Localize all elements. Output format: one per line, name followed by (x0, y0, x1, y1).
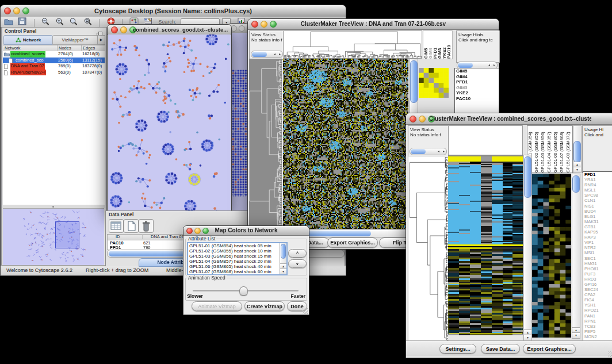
gene-label[interactable]: VIP1 (583, 240, 612, 245)
attribute-list-item[interactable]: GPL51-03 (GSM856) heat shock 15 min (188, 254, 280, 259)
gene-label[interactable]: MON2 (583, 334, 612, 339)
gene-label[interactable]: YKE2 (455, 90, 499, 96)
attribute-list-item[interactable]: GPL51-04 (GSM857) heat shock 20 min (188, 259, 280, 264)
tab-vizmapper[interactable]: VizMapper™ (52, 35, 98, 45)
column-label[interactable]: GPL51-08 (GSM872) (565, 126, 572, 173)
view-status-scrollbar[interactable]: ◄► (251, 51, 283, 58)
resize-grip[interactable] (608, 351, 612, 357)
gene-label[interactable]: PUF3 (583, 271, 612, 277)
minimize-button[interactable] (419, 116, 426, 122)
network-list-row[interactable]: RNAPuberNov2+I563(0)107847(0) (3, 70, 105, 76)
column-label[interactable]: GPL51-02 (GSM855) (534, 126, 540, 173)
gene-label[interactable]: PHO81 (583, 266, 612, 271)
scroll-right-icon[interactable]: ► (441, 148, 446, 155)
col-edges[interactable]: Edges (81, 45, 95, 51)
column-labels-scrollbar[interactable]: ▲ ▼ (573, 125, 582, 173)
gene-label[interactable]: PFD1 (455, 79, 499, 85)
create-vizmap-button[interactable]: Create Vizmap (244, 301, 285, 311)
column-label[interactable]: GIM4 (428, 31, 433, 59)
zoomed-heatmap-scrollbar[interactable]: ▲ ▼ (572, 174, 580, 339)
gene-heatmap-canvas[interactable] (283, 59, 408, 229)
gene-label[interactable]: RPO21 (583, 308, 612, 313)
overview-selection-rect[interactable] (55, 221, 79, 248)
attribute-list-item[interactable]: GPL51-06 (GSM865) heat shock 40 min (188, 264, 280, 269)
gene-label[interactable]: PEP5 (583, 329, 612, 334)
move-down-button[interactable]: v (288, 259, 307, 268)
gene-label[interactable]: CPA2 (583, 292, 612, 297)
zoom-out-icon[interactable] (41, 17, 50, 28)
close-button[interactable] (186, 228, 193, 234)
row-dendrogram-canvas[interactable] (408, 156, 449, 341)
minimize-button[interactable] (239, 25, 245, 32)
column-label[interactable]: GIM5 (423, 31, 428, 59)
attribute-list-item[interactable]: GPL51-02 (GSM855) heat shock 10 min (188, 248, 280, 254)
gene-label[interactable]: PAN1 (583, 313, 612, 319)
save-icon[interactable] (18, 17, 27, 28)
column-label[interactable]: GPL51-03 (GSM856) (540, 126, 546, 173)
column-label[interactable]: YKE2 (442, 31, 446, 59)
resize-grip[interactable] (303, 308, 308, 314)
col-id[interactable]: ID (116, 234, 120, 239)
zoom-selected-icon[interactable] (83, 17, 93, 28)
gene-label[interactable]: TCB3 (583, 324, 612, 329)
animate-vizmap-button[interactable]: Animate Vizmap (192, 301, 242, 311)
network-list-row[interactable]: combined_sco2569(6)13112(15) (3, 58, 105, 64)
zoom-in-icon[interactable] (55, 17, 64, 28)
gene-label[interactable]: HRD3 (583, 277, 612, 282)
gene-heatmap-canvas[interactable] (448, 155, 523, 340)
col-network[interactable]: Network (5, 45, 21, 51)
column-tree-area[interactable] (448, 125, 523, 156)
delete-attribute-button[interactable] (139, 219, 154, 233)
column-label[interactable]: PAC10 (446, 31, 451, 59)
row-dendrogram-canvas[interactable] (249, 59, 282, 229)
network-list-row[interactable]: DNA and Tran 07769(0)183728(0) (3, 63, 105, 70)
close-button[interactable] (111, 26, 118, 33)
column-label[interactable]: GIM3 (437, 31, 442, 59)
gene-label[interactable]: RPN1 (583, 319, 612, 324)
attribute-table-button[interactable] (109, 219, 124, 233)
gene-label[interactable]: FIG4 (583, 297, 612, 302)
gene-label[interactable]: MSL1 (583, 187, 612, 193)
network-overview-canvas[interactable] (3, 208, 104, 265)
attribute-list-item[interactable]: GPL51-07 (GSM868) heat shock 60 min (188, 269, 280, 274)
gene-label[interactable]: MAK31 (583, 219, 612, 224)
gene-label[interactable]: GPI16 (583, 282, 612, 287)
minimize-button[interactable] (13, 7, 20, 14)
zoom-fit-icon[interactable] (69, 17, 78, 28)
gene-label[interactable]: HMG1 (583, 261, 612, 266)
scroll-down-icon[interactable]: ▼ (573, 167, 581, 173)
minimize-button[interactable] (261, 21, 267, 28)
scroll-down-icon[interactable]: ▼ (572, 332, 580, 338)
scroll-right-icon[interactable]: ► (277, 51, 282, 58)
column-label[interactable]: GPL51-04 (GSM857) (546, 126, 553, 173)
close-button[interactable] (4, 7, 11, 14)
gene-label[interactable]: GIM3 (455, 85, 499, 91)
view-status-scrollbar[interactable]: ◄► (410, 148, 447, 155)
column-dendrogram-canvas[interactable] (283, 30, 422, 59)
gene-label[interactable]: PFD1 (583, 172, 612, 177)
column-label[interactable]: GPL51-06 (GSM865) (553, 126, 559, 173)
new-attribute-button[interactable] (124, 219, 139, 233)
minimize-button[interactable] (120, 26, 127, 33)
scroll-left-icon[interactable]: ◄ (272, 51, 277, 58)
zoomed-heatmap-canvas[interactable] (532, 174, 571, 338)
attribute-list-item[interactable]: GPL51-01 (GSM854) heat shock 05 min (188, 243, 280, 248)
gene-label[interactable]: SEC24 (583, 287, 612, 292)
gene-label[interactable]: CLN1 (583, 198, 612, 203)
gene-label[interactable]: ELG1 (583, 214, 612, 219)
speed-slider-thumb[interactable] (239, 286, 248, 296)
close-button[interactable] (410, 116, 416, 122)
gene-label[interactable]: BUD4 (583, 209, 612, 214)
close-button[interactable] (251, 21, 258, 28)
gene-label[interactable]: NTR2 (583, 245, 612, 250)
scroll-left-icon[interactable]: ◄ (436, 148, 441, 155)
dense-network-canvas[interactable] (229, 33, 248, 213)
settings-button[interactable]: Settings... (439, 344, 476, 354)
gene-label[interactable]: PAC10 (455, 96, 499, 102)
gene-label[interactable]: RNR4 (583, 182, 612, 187)
gene-label[interactable]: YRA1 (583, 177, 612, 182)
open-folder-icon[interactable] (4, 17, 13, 28)
save-data-button[interactable]: Save Data... (481, 344, 520, 354)
main-titlebar[interactable]: Cytoscape Desktop (Session Name: collins… (1, 5, 346, 17)
gene-label[interactable]: GTB1 (583, 224, 612, 229)
